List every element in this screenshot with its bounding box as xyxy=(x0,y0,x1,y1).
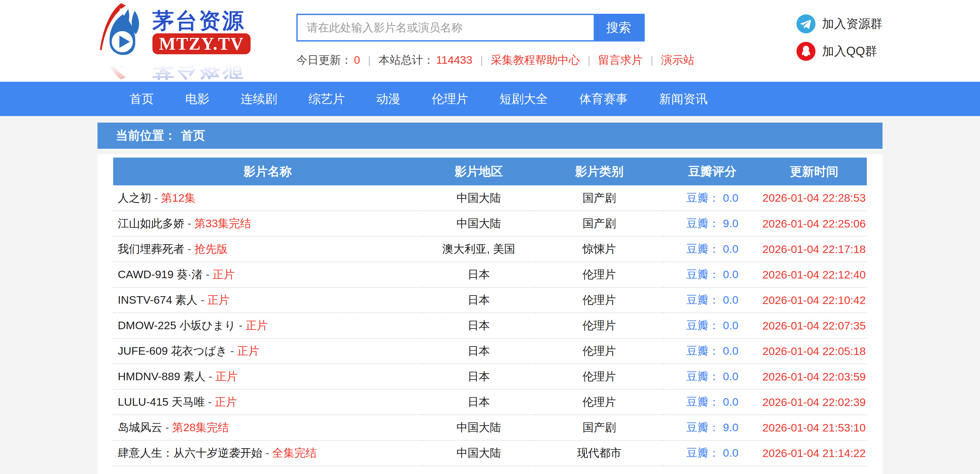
movie-title-link[interactable]: 人之初 - 第12集 xyxy=(118,192,196,204)
movie-remark: 第33集完结 xyxy=(194,217,251,230)
join-telegram-link[interactable]: 加入资源群 xyxy=(797,14,883,33)
movie-region-cell: 日本 xyxy=(422,313,536,338)
movie-title-cell: 人之初 - 第12集 xyxy=(113,185,422,211)
nav-item-4[interactable]: 动漫 xyxy=(361,82,416,116)
movie-title-cell: 我们埋葬死者 - 抢先版 xyxy=(113,236,422,262)
table-row: JUFE-609 花衣つばき - 正片日本伦理片豆瓣：0.02026-01-04… xyxy=(113,338,867,364)
nav-item-1[interactable]: 电影 xyxy=(169,82,225,116)
movie-title-link[interactable]: 江山如此多娇 - 第33集完结 xyxy=(118,217,251,230)
douban-label[interactable]: 豆瓣： xyxy=(686,268,720,281)
nav-item-7[interactable]: 体育赛事 xyxy=(563,82,643,116)
column-header-2: 影片类别 xyxy=(535,158,663,185)
update-time-cell: 2026-01-04 22:28:53 xyxy=(761,185,867,211)
stats-link-1[interactable]: 留言求片 xyxy=(598,52,643,68)
movie-category-cell: 惊悚片 xyxy=(535,236,663,262)
douban-rating-cell: 豆瓣：0.0 xyxy=(663,262,762,287)
stats-link-2[interactable]: 演示站 xyxy=(661,52,694,68)
douban-label[interactable]: 豆瓣： xyxy=(686,447,720,459)
join-qq-link[interactable]: 加入QQ群 xyxy=(797,42,883,61)
search-button[interactable]: 搜索 xyxy=(594,15,643,40)
table-row: CAWD-919 葵·渚 - 正片日本伦理片豆瓣：0.02026-01-04 2… xyxy=(113,262,867,287)
douban-label[interactable]: 豆瓣： xyxy=(686,421,720,433)
movie-remark: 正片 xyxy=(213,268,235,281)
nav-item-5[interactable]: 伦理片 xyxy=(416,82,484,116)
movie-title-cell: HMDNV-889 素人 - 正片 xyxy=(113,364,422,389)
qq-icon xyxy=(797,42,816,61)
movie-region-cell: 日本 xyxy=(422,287,536,313)
douban-label[interactable]: 豆瓣： xyxy=(686,243,720,255)
movie-remark: 正片 xyxy=(237,344,259,357)
update-time-cell: 2026-01-04 22:12:40 xyxy=(761,262,867,287)
search-input[interactable] xyxy=(298,15,594,40)
table-row: 肆意人生：从六十岁逆袭开始 - 全集完结中国大陆现代都市豆瓣：0.02026-0… xyxy=(113,440,867,466)
douban-label[interactable]: 豆瓣： xyxy=(686,370,720,382)
stat-value: 114433 xyxy=(436,54,473,66)
movie-title-link[interactable]: LULU-415 天马唯 - 正片 xyxy=(118,396,237,408)
join-qq-label: 加入QQ群 xyxy=(822,43,877,60)
column-header-1: 影片地区 xyxy=(422,158,536,185)
douban-rating-cell: 豆瓣：9.0 xyxy=(663,415,762,440)
movie-region-cell: 中国大陆 xyxy=(422,211,536,236)
movie-title-link[interactable]: JUFE-609 花衣つばき - 正片 xyxy=(118,344,259,357)
movie-title: 岛城风云 xyxy=(118,421,162,433)
site-logo[interactable]: 茅台资源 MTZY.TV 茅台资源 MTZY.TV xyxy=(97,0,261,80)
douban-score: 0.0 xyxy=(723,370,738,382)
page-content: 当前位置：首页 影片名称影片地区影片类别豆瓣评分更新时间 人之初 - 第12集中… xyxy=(0,116,980,474)
column-header-4: 更新时间 xyxy=(761,158,867,185)
movie-region-cell: 日本 xyxy=(422,338,536,364)
douban-label[interactable]: 豆瓣： xyxy=(686,344,720,357)
nav-item-0[interactable]: 首页 xyxy=(114,82,169,116)
title-separator: - xyxy=(151,192,161,204)
movie-title-cell: 江山如此多娇 - 第33集完结 xyxy=(113,211,422,236)
douban-label[interactable]: 豆瓣： xyxy=(686,217,720,230)
movie-remark: 第12集 xyxy=(161,192,196,204)
nav-item-8[interactable]: 新闻资讯 xyxy=(643,82,723,116)
douban-label[interactable]: 豆瓣： xyxy=(686,396,720,408)
table-row: 江山如此多娇 - 第33集完结中国大陆国产剧豆瓣：9.02026-01-04 2… xyxy=(113,211,867,236)
douban-score: 0.0 xyxy=(723,319,738,331)
movie-title-cell: 肆意人生：从六十岁逆袭开始 - 全集完结 xyxy=(113,440,422,466)
movie-region-cell: 日本 xyxy=(422,389,536,415)
nav-item-2[interactable]: 连续剧 xyxy=(225,82,293,116)
breadcrumb-home-link[interactable]: 首页 xyxy=(181,129,205,142)
nav-item-3[interactable]: 综艺片 xyxy=(293,82,361,116)
movie-region-cell: 中国大陆 xyxy=(422,440,536,466)
movie-title: 肆意人生：从六十岁逆袭开始 xyxy=(118,447,262,459)
title-separator: - xyxy=(205,370,215,382)
movie-list-panel: 影片名称影片地区影片类别豆瓣评分更新时间 人之初 - 第12集中国大陆国产剧豆瓣… xyxy=(97,154,883,474)
movie-title-cell: INSTV-674 素人 - 正片 xyxy=(113,287,422,313)
movie-title: CAWD-919 葵·渚 xyxy=(118,268,202,281)
nav-item-6[interactable]: 短剧大全 xyxy=(484,82,563,116)
movie-title-link[interactable]: 岛城风云 - 第28集完结 xyxy=(118,421,229,433)
stats-link-0[interactable]: 采集教程帮助中心 xyxy=(491,52,580,68)
douban-label[interactable]: 豆瓣： xyxy=(686,293,720,306)
movie-title-link[interactable]: DMOW-225 小坂ひまり - 正片 xyxy=(118,319,268,331)
movie-title-link[interactable]: CAWD-919 葵·渚 - 正片 xyxy=(118,268,235,281)
update-time-cell: 2026-01-04 22:05:18 xyxy=(761,338,867,364)
movie-title-link[interactable]: 肆意人生：从六十岁逆袭开始 - 全集完结 xyxy=(118,447,317,459)
douban-score: 9.0 xyxy=(723,217,738,230)
movie-region-cell: 日本 xyxy=(422,262,536,287)
update-time-cell: 2026-01-04 21:53:10 xyxy=(761,415,867,440)
movie-category-cell: 伦理片 xyxy=(535,364,663,389)
logo-site-name: 茅台资源 xyxy=(153,10,245,32)
table-row: INSTV-674 素人 - 正片日本伦理片豆瓣：0.02026-01-04 2… xyxy=(113,287,867,313)
movie-title-cell: LULU-415 天马唯 - 正片 xyxy=(113,389,422,415)
title-separator: - xyxy=(236,319,246,331)
site-header: 茅台资源 MTZY.TV 茅台资源 MTZY.TV xyxy=(0,0,980,82)
movie-title: DMOW-225 小坂ひまり xyxy=(118,319,236,331)
column-header-0: 影片名称 xyxy=(113,158,422,185)
douban-rating-cell: 豆瓣：0.0 xyxy=(663,287,762,313)
douban-score: 0.0 xyxy=(723,447,738,459)
movie-title-link[interactable]: HMDNV-889 素人 - 正片 xyxy=(118,370,238,382)
movie-title: 江山如此多娇 xyxy=(118,217,185,230)
movie-title-link[interactable]: 我们埋葬死者 - 抢先版 xyxy=(118,243,228,255)
douban-label[interactable]: 豆瓣： xyxy=(686,319,720,331)
table-row: DMOW-225 小坂ひまり - 正片日本伦理片豆瓣：0.02026-01-04… xyxy=(113,313,867,338)
douban-label[interactable]: 豆瓣： xyxy=(686,192,720,204)
movie-category-cell: 伦理片 xyxy=(535,313,663,338)
movie-title-link[interactable]: INSTV-674 素人 - 正片 xyxy=(118,293,230,306)
update-time-cell: 2026-01-04 22:17:18 xyxy=(761,236,867,262)
douban-score: 0.0 xyxy=(723,268,738,281)
douban-rating-cell: 豆瓣：0.0 xyxy=(663,389,762,415)
